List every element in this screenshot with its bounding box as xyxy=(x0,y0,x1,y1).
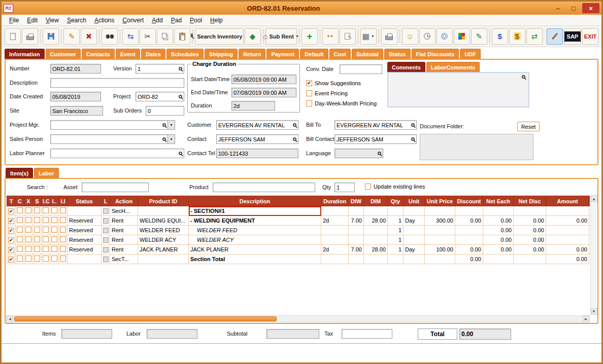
tab-payment[interactable]: Payment xyxy=(266,49,299,59)
cell-unit[interactable] xyxy=(404,226,425,235)
horizontal-scrollbar-thumb[interactable] xyxy=(14,316,277,321)
row-checkbox-icon[interactable] xyxy=(25,217,31,223)
table-row[interactable]: ReservedRentWELDER FEEDWELDER FEED10.000… xyxy=(7,226,590,235)
menu-pool[interactable]: Pool xyxy=(186,16,206,25)
sap-button[interactable]: SAP xyxy=(564,28,581,45)
row-checkbox-icon[interactable] xyxy=(60,236,66,242)
row-checkbox-icon[interactable] xyxy=(43,256,49,262)
show-suggestions-checkbox[interactable]: Show Suggestions xyxy=(306,80,361,86)
site-field[interactable]: San Francisco xyxy=(50,106,103,116)
cell-amount[interactable]: 0.00 xyxy=(546,245,589,254)
cell-unit[interactable]: Day xyxy=(404,216,425,226)
row-checkbox-icon[interactable] xyxy=(25,256,31,262)
maximize-button[interactable]: □ xyxy=(566,3,581,13)
col-header-action[interactable]: Action xyxy=(110,196,138,206)
row-checkbox-icon[interactable] xyxy=(60,217,66,223)
col-header-unit[interactable]: Unit xyxy=(404,196,425,206)
transfer-button[interactable]: ⇄ xyxy=(526,28,543,45)
cell-duration[interactable] xyxy=(321,254,349,264)
col-header-c[interactable]: C xyxy=(16,196,24,206)
cell-tot[interactable] xyxy=(589,254,590,264)
magnifier-icon[interactable] xyxy=(179,67,182,70)
menu-add[interactable]: Add xyxy=(148,16,166,25)
col-header-amount[interactable]: Amount xyxy=(546,196,589,206)
labor-planner-field[interactable] xyxy=(50,149,184,158)
cell-qty[interactable]: 1 xyxy=(388,216,404,226)
sub-rent-button[interactable]: ⌂Sub Rent▼ xyxy=(265,28,297,45)
tab-schedules[interactable]: Schedules xyxy=(166,49,204,59)
project-mgr-field[interactable] xyxy=(50,120,168,130)
table-row[interactable]: ReservedRentJACK PLANERJACK PLANER2d7.00… xyxy=(7,245,590,254)
tab-item-s[interactable]: Item(s) xyxy=(6,168,33,178)
cell-action[interactable]: Rent xyxy=(110,216,138,226)
sales-person-field[interactable] xyxy=(50,134,168,144)
cell-qty[interactable]: 1 xyxy=(388,235,404,245)
currency-button[interactable]: $ xyxy=(492,28,508,45)
row-checkbox-icon[interactable] xyxy=(43,217,49,223)
cell-product_id[interactable] xyxy=(138,206,189,216)
sub-orders-field[interactable]: 0 xyxy=(146,106,184,116)
cell-qty[interactable]: 1 xyxy=(388,245,404,254)
cut-button[interactable]: ✂ xyxy=(140,28,156,45)
cell-discount[interactable]: 0.00 xyxy=(455,245,483,254)
copy-button[interactable] xyxy=(157,28,173,45)
tab-event[interactable]: Event xyxy=(116,49,140,59)
row-checkbox-icon[interactable] xyxy=(8,218,14,224)
cell-unit_price[interactable]: 100.00 xyxy=(425,245,455,254)
line-note-icon[interactable] xyxy=(103,257,109,262)
line-note-icon[interactable] xyxy=(103,218,109,224)
cell-action[interactable]: SecH... xyxy=(110,206,138,216)
row-checkbox-icon[interactable] xyxy=(8,237,14,243)
col-header-t[interactable]: T xyxy=(7,196,16,206)
document-folder-box[interactable] xyxy=(420,134,533,160)
cell-unit_price[interactable] xyxy=(425,235,455,245)
cell-net_each[interactable]: 0.00 xyxy=(483,216,514,226)
cell-net_each[interactable] xyxy=(483,254,514,264)
cell-product_id[interactable] xyxy=(138,254,189,264)
cell-action[interactable]: Rent xyxy=(110,245,138,254)
magnifier-icon[interactable] xyxy=(411,123,415,127)
contact-tel-field[interactable]: 100-121433 xyxy=(216,149,298,158)
tab-customer[interactable]: Customer xyxy=(46,49,81,59)
date-created-field[interactable]: 05/08/2019 xyxy=(50,92,101,101)
cell-unit[interactable]: Day xyxy=(404,245,425,254)
row-checkbox-icon[interactable] xyxy=(17,236,23,242)
magnifier-icon[interactable] xyxy=(179,95,182,98)
description-field[interactable] xyxy=(50,78,184,88)
cell-unit_price[interactable] xyxy=(425,206,455,216)
cell-qty[interactable] xyxy=(388,206,404,216)
row-checkbox-icon[interactable] xyxy=(8,257,14,263)
cell-tot[interactable] xyxy=(589,226,590,235)
cell-dim[interactable]: 28.00 xyxy=(364,216,388,226)
cell-tot[interactable] xyxy=(589,206,590,216)
cell-tot[interactable] xyxy=(589,245,590,254)
scroll-left-icon[interactable]: ◄ xyxy=(7,316,13,322)
cell-discount[interactable] xyxy=(455,226,483,235)
col-header-status[interactable]: Status xyxy=(68,196,102,206)
export-button[interactable]: ⇆ xyxy=(122,28,139,45)
paintbrush-button[interactable] xyxy=(547,28,563,45)
cell-net_each[interactable] xyxy=(483,206,514,216)
row-checkbox-icon[interactable] xyxy=(51,236,57,242)
scroll-up-icon[interactable]: ▲ xyxy=(591,196,597,202)
cell-duration[interactable] xyxy=(321,226,349,235)
magnifier-icon[interactable] xyxy=(293,123,296,127)
new-document-button[interactable] xyxy=(5,28,21,45)
row-checkbox-icon[interactable] xyxy=(34,236,40,242)
row-checkbox-icon[interactable] xyxy=(17,256,23,262)
tab-contacts[interactable]: Contacts xyxy=(82,49,115,59)
row-checkbox-icon[interactable] xyxy=(34,256,40,262)
row-checkbox-icon[interactable] xyxy=(25,236,31,242)
menu-pad[interactable]: Pad xyxy=(168,16,185,25)
col-header-i-i[interactable]: I.I xyxy=(59,196,68,206)
cell-status[interactable]: Reserved xyxy=(68,245,102,254)
edit-notes-button[interactable]: ✎ xyxy=(471,28,487,45)
row-checkbox-icon[interactable] xyxy=(51,256,57,262)
cell-tot[interactable] xyxy=(589,235,590,245)
edit-button[interactable]: ✎ xyxy=(63,28,80,45)
cell-duration[interactable] xyxy=(321,235,349,245)
cell-description[interactable]: WELDER ACY xyxy=(189,235,321,245)
print-preview-button[interactable] xyxy=(381,28,397,45)
line-note-icon[interactable] xyxy=(103,228,109,233)
cell-dim[interactable] xyxy=(364,206,388,216)
